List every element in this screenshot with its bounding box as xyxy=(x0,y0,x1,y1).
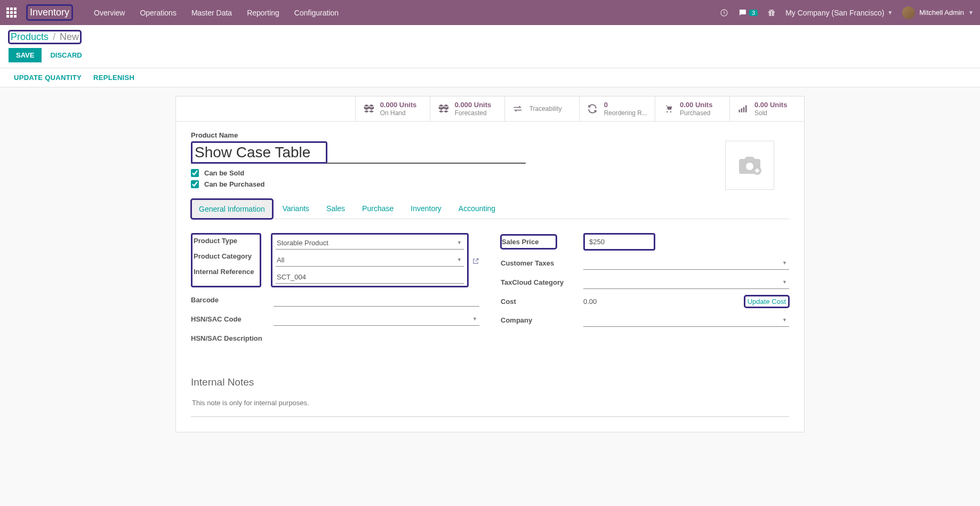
product-type-label: Product Type xyxy=(194,237,259,245)
product-type-select[interactable]: ▼ xyxy=(276,237,464,250)
tab-purchase[interactable]: Purchase xyxy=(355,199,401,219)
form-col-right: Sales Price Customer Taxes ▼ TaxCloud Ca… xyxy=(501,233,789,351)
form-sheet: 0.000 UnitsOn Hand 0.000 UnitsForecasted… xyxy=(175,96,805,432)
nav-operations[interactable]: Operations xyxy=(140,9,176,17)
svg-rect-11 xyxy=(745,105,747,112)
stat-purchased[interactable]: 0.00 UnitsPurchased xyxy=(655,97,729,121)
user-menu[interactable]: Mitchell Admin▼ xyxy=(902,6,974,19)
hsn-code-label: HSN/SAC Code xyxy=(191,315,274,323)
form-body: Product Name Can be Sold Can be Purchase… xyxy=(176,122,804,432)
nav-configuration[interactable]: Configuration xyxy=(294,9,339,17)
cart-icon xyxy=(663,103,674,114)
sales-price-input[interactable] xyxy=(588,236,650,248)
discard-button[interactable]: DISCARD xyxy=(50,51,82,59)
product-category-label: Product Category xyxy=(194,252,259,260)
update-cost-button[interactable]: Update Cost xyxy=(744,295,789,308)
customer-taxes-label: Customer Taxes xyxy=(501,259,583,267)
stat-traceability[interactable]: Traceability xyxy=(504,97,579,121)
internal-ref-label: Internal Reference xyxy=(194,268,259,276)
hsn-code-row: HSN/SAC Code ▼ xyxy=(191,313,479,326)
product-category-select[interactable]: ▼ xyxy=(276,254,464,267)
hsn-desc-row: HSN/SAC Description xyxy=(191,332,479,344)
breadcrumb-sep: / xyxy=(53,31,55,43)
stat-reordering[interactable]: 0Reordering R... xyxy=(579,97,655,121)
product-image-upload[interactable] xyxy=(725,141,774,190)
stat-on-hand[interactable]: 0.000 UnitsOn Hand xyxy=(355,97,430,121)
can-be-sold-row: Can be Sold xyxy=(191,169,789,177)
company-selector[interactable]: My Company (San Francisco)▼ xyxy=(785,9,893,17)
svg-rect-3 xyxy=(772,11,772,16)
barcode-row: Barcode xyxy=(191,294,479,307)
taxcloud-row: TaxCloud Category ▼ xyxy=(501,276,789,289)
svg-point-5 xyxy=(772,10,774,11)
internal-notes-title: Internal Notes xyxy=(191,376,789,388)
nav-reporting[interactable]: Reporting xyxy=(247,9,279,17)
tab-accounting[interactable]: Accounting xyxy=(451,199,503,219)
internal-notes-input[interactable] xyxy=(191,396,789,417)
topbar-right: 3 My Company (San Francisco)▼ Mitchell A… xyxy=(720,6,974,19)
chevron-down-icon: ▼ xyxy=(780,317,789,323)
external-link-icon[interactable] xyxy=(472,258,479,265)
svg-point-6 xyxy=(666,111,668,113)
chevron-down-icon: ▼ xyxy=(455,257,464,262)
can-be-sold-checkbox[interactable] xyxy=(191,169,199,177)
replenish-button[interactable]: REPLENISH xyxy=(93,74,134,82)
customer-taxes-select[interactable]: ▼ xyxy=(583,257,789,270)
company-label: Company xyxy=(501,316,583,324)
chevron-down-icon: ▼ xyxy=(780,279,789,285)
cost-row: Cost 0.00 Update Cost xyxy=(501,295,789,308)
can-be-sold-label: Can be Sold xyxy=(204,169,244,177)
cost-value: 0.00 xyxy=(583,298,597,306)
svg-rect-9 xyxy=(741,108,743,113)
cubes-icon xyxy=(363,103,375,115)
avatar xyxy=(902,6,915,19)
internal-notes-section: Internal Notes xyxy=(191,376,789,417)
hsn-desc-input[interactable] xyxy=(274,332,479,344)
stat-buttons: 0.000 UnitsOn Hand 0.000 UnitsForecasted… xyxy=(176,97,804,122)
app-brand[interactable]: Inventory xyxy=(27,5,73,20)
chevron-down-icon: ▼ xyxy=(780,260,789,266)
internal-ref-input[interactable] xyxy=(276,271,464,284)
svg-rect-8 xyxy=(739,110,741,113)
cubes-icon xyxy=(438,103,449,115)
svg-rect-10 xyxy=(743,107,745,113)
tab-general-info[interactable]: General Information xyxy=(191,199,273,219)
company-select[interactable]: ▼ xyxy=(583,314,789,327)
nav-overview[interactable]: Overview xyxy=(94,9,125,17)
breadcrumb-products[interactable]: Products xyxy=(11,31,49,43)
nav-master-data[interactable]: Master Data xyxy=(191,9,232,17)
action-buttons: SAVE DISCARD xyxy=(9,48,971,68)
can-be-purchased-label: Can be Purchased xyxy=(204,180,264,188)
save-button[interactable]: SAVE xyxy=(9,48,42,62)
hsn-desc-label: HSN/SAC Description xyxy=(191,334,274,342)
taxcloud-select[interactable]: ▼ xyxy=(583,276,789,289)
update-quantity-button[interactable]: UPDATE QUANTITY xyxy=(14,74,82,82)
barcode-input[interactable] xyxy=(274,294,479,307)
svg-point-7 xyxy=(670,111,672,113)
can-be-purchased-checkbox[interactable] xyxy=(191,180,199,188)
chevron-down-icon: ▼ xyxy=(455,240,464,245)
subaction-bar: UPDATE QUANTITY REPLENISH xyxy=(0,68,980,87)
tab-variants[interactable]: Variants xyxy=(275,199,317,219)
breadcrumb-current: New xyxy=(60,31,79,43)
messages-icon[interactable]: 3 xyxy=(738,8,758,18)
hsn-code-select[interactable]: ▼ xyxy=(274,313,479,326)
product-name-input[interactable] xyxy=(192,143,326,162)
taxcloud-label: TaxCloud Category xyxy=(501,278,583,286)
tab-inventory[interactable]: Inventory xyxy=(403,199,449,219)
clock-icon[interactable] xyxy=(720,9,728,17)
tab-sales[interactable]: Sales xyxy=(319,199,352,219)
bars-icon xyxy=(737,103,749,114)
stat-sold[interactable]: 0.00 UnitsSold xyxy=(729,97,804,121)
form-col-left: Product Type Product Category Internal R… xyxy=(191,233,479,351)
cost-label: Cost xyxy=(501,298,583,306)
can-be-purchased-row: Can be Purchased xyxy=(191,180,789,188)
apps-icon[interactable] xyxy=(6,7,17,18)
customer-taxes-row: Customer Taxes ▼ xyxy=(501,257,789,270)
form-grid: Product Type Product Category Internal R… xyxy=(191,233,789,351)
gift-icon[interactable] xyxy=(767,9,776,17)
product-name-label: Product Name xyxy=(191,131,789,139)
messages-badge: 3 xyxy=(749,10,758,16)
chevron-down-icon: ▼ xyxy=(470,316,479,322)
stat-forecasted[interactable]: 0.000 UnitsForecasted xyxy=(430,97,504,121)
